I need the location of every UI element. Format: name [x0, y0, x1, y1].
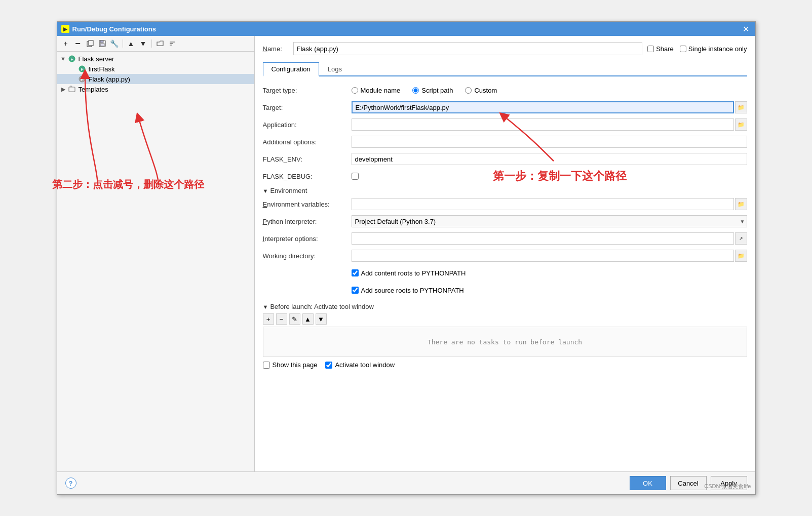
- show-page-checkbox[interactable]: [263, 362, 270, 369]
- interpreter-options-input[interactable]: [352, 232, 734, 245]
- up-button[interactable]: ▲: [126, 38, 137, 49]
- working-dir-input[interactable]: [352, 250, 734, 262]
- python-interpreter-select[interactable]: Project Default (Python 3.7): [352, 215, 747, 227]
- cancel-button[interactable]: Cancel: [670, 476, 707, 490]
- module-name-radio[interactable]: [352, 87, 358, 94]
- config-tree: ▼ F Flask server F firstFlask: [57, 52, 254, 471]
- target-input[interactable]: [352, 101, 734, 113]
- env-vars-field: 📁: [352, 198, 747, 210]
- additional-options-field: [352, 136, 747, 148]
- before-launch-label: Before launch: Activate tool window: [270, 303, 374, 310]
- script-path-radio[interactable]: [412, 87, 419, 94]
- custom-radio[interactable]: [465, 87, 472, 94]
- save-button[interactable]: [97, 38, 108, 49]
- down-button[interactable]: ▼: [138, 38, 149, 49]
- tab-logs[interactable]: Logs: [319, 62, 351, 76]
- launch-tasks-area: There are no tasks to run before launch: [263, 327, 747, 357]
- working-dir-field: 📁: [352, 250, 747, 262]
- close-button[interactable]: ✕: [741, 24, 751, 34]
- additional-options-label: Additional options:: [263, 138, 352, 146]
- launch-remove-btn[interactable]: −: [276, 313, 287, 325]
- svg-text:F: F: [81, 77, 84, 82]
- target-type-row: Target type: Module name Script path: [263, 84, 747, 97]
- share-checkbox[interactable]: [647, 46, 654, 52]
- before-launch-section[interactable]: ▼ Before launch: Activate tool window: [263, 303, 747, 310]
- flask-server-label: Flask server: [79, 55, 114, 63]
- share-options: Share Single instance only: [647, 45, 747, 53]
- add-content-roots-checkbox[interactable]: [352, 269, 359, 276]
- templates-icon: [67, 85, 76, 93]
- flask-env-input[interactable]: [352, 153, 747, 165]
- env-vars-browse-btn[interactable]: 📁: [735, 198, 747, 210]
- application-field: 📁: [352, 118, 747, 131]
- additional-options-row: Additional options:: [263, 135, 747, 148]
- templates-label: Templates: [79, 86, 108, 93]
- application-input[interactable]: [352, 118, 734, 131]
- interpreter-options-browse-btn[interactable]: ↗: [735, 232, 747, 245]
- folder-button[interactable]: [154, 38, 166, 49]
- svg-rect-1: [89, 41, 93, 46]
- sort-button[interactable]: [167, 38, 178, 49]
- environment-section[interactable]: ▼ Environment: [263, 187, 747, 194]
- flask-debug-row: FLASK_DEBUG:: [263, 170, 747, 183]
- firstflask-icon: F: [78, 65, 87, 73]
- name-input[interactable]: [293, 42, 643, 55]
- left-toolbar: + − 🔧 ▲ ▼: [57, 36, 254, 52]
- tree-item-templates[interactable]: ▶ Templates: [57, 84, 254, 94]
- target-row: Target: 📁: [263, 101, 747, 114]
- tree-item-flask-apppy[interactable]: F Flask (app.py): [57, 74, 254, 84]
- tree-item-flask-server[interactable]: ▼ F Flask server: [57, 54, 254, 64]
- add-button[interactable]: +: [60, 38, 71, 49]
- right-panel: Name: Share Single instance only Configu…: [255, 36, 755, 471]
- add-source-roots-checkbox[interactable]: [352, 287, 359, 294]
- flask-debug-checkbox[interactable]: [352, 173, 359, 180]
- flask-server-icon: F: [67, 55, 76, 63]
- single-instance-checkbox[interactable]: [680, 46, 686, 52]
- show-page-label[interactable]: Show this page: [263, 361, 318, 369]
- tree-item-firstflask[interactable]: F firstFlask: [57, 64, 254, 74]
- additional-options-input[interactable]: [352, 136, 747, 148]
- launch-up-btn[interactable]: ▲: [302, 313, 314, 325]
- application-browse-btn[interactable]: 📁: [735, 118, 747, 131]
- add-content-roots-label[interactable]: Add content roots to PYTHONPATH: [352, 269, 466, 277]
- launch-down-btn[interactable]: ▼: [316, 313, 327, 325]
- copy-button[interactable]: [85, 38, 96, 49]
- activate-tool-window-label[interactable]: Activate tool window: [325, 361, 395, 369]
- python-interpreter-field: Project Default (Python 3.7) ▼: [352, 215, 747, 227]
- single-instance-label[interactable]: Single instance only: [680, 45, 747, 53]
- remove-button[interactable]: −: [72, 38, 84, 49]
- wrench-button[interactable]: 🔧: [109, 38, 120, 49]
- tree-templates-arrow: ▶: [59, 86, 67, 93]
- svg-rect-3: [100, 41, 103, 43]
- ok-button[interactable]: OK: [630, 476, 666, 490]
- environment-arrow: ▼: [263, 188, 268, 194]
- activate-tool-window-checkbox[interactable]: [325, 362, 332, 369]
- target-type-label: Target type:: [263, 87, 352, 94]
- footer-buttons: OK Cancel Apply: [630, 476, 747, 490]
- svg-text:F: F: [70, 57, 73, 62]
- tab-configuration[interactable]: Configuration: [263, 62, 319, 76]
- module-name-option[interactable]: Module name: [352, 87, 401, 94]
- apply-button[interactable]: Apply: [711, 476, 747, 490]
- script-path-option[interactable]: Script path: [412, 87, 453, 94]
- launch-add-btn[interactable]: +: [263, 313, 274, 325]
- launch-empty-message: There are no tasks to run before launch: [428, 338, 582, 346]
- add-content-roots-row: Add content roots to PYTHONPATH: [263, 266, 747, 280]
- add-source-roots-label[interactable]: Add source roots to PYTHONPATH: [352, 287, 464, 294]
- help-button[interactable]: ?: [65, 478, 76, 489]
- working-dir-browse-btn[interactable]: 📁: [735, 250, 747, 262]
- flask-apppy-label: Flask (app.py): [89, 75, 130, 83]
- flask-debug-field: [352, 173, 747, 180]
- config-form: Target type: Module name Script path: [263, 84, 747, 369]
- custom-option[interactable]: Custom: [465, 87, 497, 94]
- target-type-field: Module name Script path Custom: [352, 87, 747, 94]
- interpreter-options-label: Interpreter options:: [263, 235, 352, 243]
- share-checkbox-label[interactable]: Share: [647, 45, 674, 53]
- svg-text:F: F: [81, 67, 84, 72]
- launch-edit-btn[interactable]: ✎: [289, 313, 300, 325]
- target-browse-btn[interactable]: 📁: [735, 101, 747, 113]
- flask-env-field: [352, 153, 747, 165]
- env-vars-input[interactable]: [352, 198, 734, 210]
- environment-label: Environment: [270, 187, 307, 194]
- application-label: Application:: [263, 121, 352, 129]
